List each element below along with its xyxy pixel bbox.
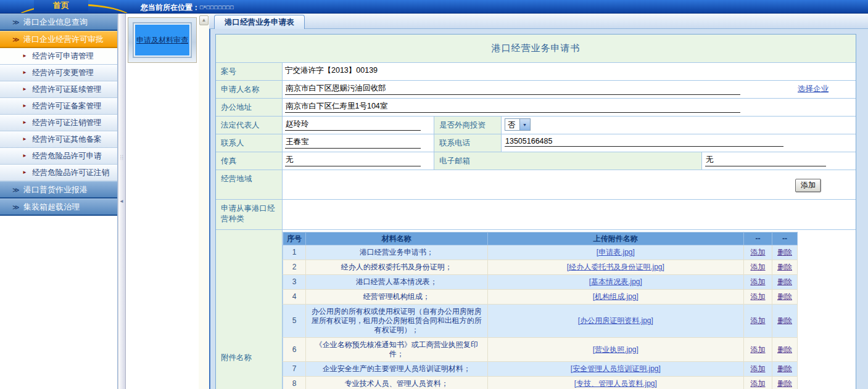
- attachments-header-row: 序号 材料名称 上传附件名称 -- --: [283, 232, 798, 245]
- add-attachment-link[interactable]: 添加: [751, 316, 766, 325]
- add-attachment-link[interactable]: 添加: [751, 248, 766, 256]
- sidebar-item-label: 经营危险品许可证注销: [32, 168, 109, 177]
- form-row-office-address: 办公地址 南京市白下区仁寿里1号104室: [216, 98, 856, 116]
- legal-rep-input[interactable]: 赵玲玲: [285, 119, 421, 131]
- sidebar-item-license-renewal-mgmt[interactable]: ► 经营许可证延续管理: [0, 81, 117, 98]
- home-tab[interactable]: 首页: [34, 0, 88, 11]
- choose-company-link[interactable]: 选择企业: [798, 84, 829, 94]
- email-input[interactable]: 无: [705, 155, 826, 166]
- material-name: 企业安全生产的主要管理人员培训证明材料；: [305, 362, 487, 377]
- row-no: 4: [283, 290, 306, 305]
- applicant-input[interactable]: 南京市白下区恩赐污油回收部: [285, 83, 740, 95]
- add-attachment-link[interactable]: 添加: [751, 277, 766, 286]
- attachment-file-link[interactable]: [申请表.jpg]: [597, 248, 635, 256]
- form-row-contact: 联系人 王春宝 联系电话 13505166485: [216, 134, 856, 152]
- case-no-label: 案号: [216, 63, 283, 80]
- office-address-label: 办公地址: [216, 99, 283, 116]
- arrow-icon: ►: [22, 115, 27, 131]
- attachment-file-link[interactable]: [经办人委托书及身份证明.jpg]: [567, 263, 664, 271]
- row-no: 8: [283, 377, 306, 389]
- arrow-icon: ►: [22, 65, 27, 81]
- office-address-input[interactable]: 南京市白下区仁寿里1号104室: [285, 101, 740, 113]
- breadcrumb: 您当前所在位置：□ˣ□□□□□□□: [141, 2, 234, 13]
- tab-port-business-application[interactable]: 港口经营业务申请表: [214, 15, 305, 29]
- delete-attachment-link[interactable]: 删除: [777, 277, 792, 286]
- table-row: 6 《企业名称预先核准通知书》或工商营业执照复印件； [营业执照.jpg] 添加…: [283, 338, 798, 362]
- sidebar-item-label: 港口普货作业报港: [23, 185, 88, 194]
- form-row-legal-rep: 法定代表人 赵玲玲 是否外商投资 否▼: [216, 116, 856, 134]
- workflow-step-apply-review-button[interactable]: 申请及材料审查: [133, 22, 192, 58]
- row-no: 5: [283, 305, 306, 338]
- application-form-table: 港口经营业务申请书 案号 宁交港许字【2013】00139 申请人名称 南京市白…: [215, 34, 856, 389]
- contact-input[interactable]: 王春宝: [285, 137, 421, 149]
- sidebar-item-license-apply-mgmt[interactable]: ► 经营许可申请管理: [0, 48, 117, 65]
- foreign-investment-select[interactable]: 否▼: [505, 118, 531, 131]
- table-row: 4 经营管理机构组成； [机构组成.jpg] 添加 删除: [283, 290, 798, 305]
- foreign-invest-label: 是否外商投资: [434, 117, 502, 134]
- attachment-file-link[interactable]: [专技、管理人员资料.jpg]: [574, 379, 657, 388]
- chevron-down-icon: ▼: [519, 119, 530, 130]
- delete-attachment-link[interactable]: 删除: [777, 379, 792, 388]
- add-attachment-link[interactable]: 添加: [751, 364, 766, 373]
- delete-attachment-link[interactable]: 删除: [777, 316, 792, 325]
- form-row-region: 经营地域 添加: [216, 170, 856, 199]
- sidebar-item-port-company-info-query[interactable]: ≫ 港口企业信息查询: [0, 14, 117, 31]
- attachment-file-link[interactable]: [办公用房证明资料.jpg]: [578, 316, 653, 325]
- sidebar-item-license-other-record[interactable]: ► 经营许可证其他备案: [0, 131, 117, 148]
- delete-attachment-link[interactable]: 删除: [777, 345, 792, 354]
- row-no: 2: [283, 260, 306, 275]
- add-attachment-link[interactable]: 添加: [751, 263, 766, 271]
- sidebar-item-general-cargo-report[interactable]: ≫ 港口普货作业报港: [0, 181, 117, 199]
- row-no: 6: [283, 338, 306, 362]
- table-row: 8 专业技术人员、管理人员资料； [专技、管理人员资料.jpg] 添加 删除: [283, 377, 798, 389]
- sidebar-item-license-cancel-mgmt[interactable]: ► 经营许可证注销管理: [0, 115, 117, 131]
- splitter-collapse-icon[interactable]: ◄: [119, 199, 124, 204]
- row-no: 3: [283, 275, 306, 290]
- attachment-file-link[interactable]: [基本情况表.jpg]: [589, 277, 642, 286]
- row-no: 7: [283, 362, 306, 377]
- scroll-up-arrow-icon[interactable]: ▲: [199, 15, 209, 25]
- phone-input[interactable]: 13505166485: [505, 137, 783, 147]
- business-type-label: 申请从事港口经营种类: [216, 200, 283, 229]
- add-attachment-link[interactable]: 添加: [751, 345, 766, 354]
- attachment-file-link[interactable]: [营业执照.jpg]: [593, 345, 639, 354]
- attachment-file-link[interactable]: [机构组成.jpg]: [593, 292, 639, 301]
- col-header-delete: --: [772, 232, 797, 245]
- material-name: 经营管理机构组成；: [305, 290, 487, 305]
- add-attachment-link[interactable]: 添加: [751, 292, 766, 301]
- frame-splitter[interactable]: ∷∷ ◄: [118, 14, 126, 389]
- form-row-attachments: 附件名称 序号 材料名称 上传附件名称 -- -- 1 港口经营业务申请书；: [216, 229, 856, 389]
- delete-attachment-link[interactable]: 删除: [777, 248, 792, 256]
- content-pane: 港口经营业务申请书 案号 宁交港许字【2013】00139 申请人名称 南京市白…: [209, 29, 868, 389]
- sidebar-item-container-overload[interactable]: ≫ 集装箱超载治理: [0, 199, 117, 216]
- form-row-fax-email: 传真 无 电子邮箱 无: [216, 152, 856, 170]
- fax-input[interactable]: 无: [285, 155, 421, 166]
- attachment-file-link[interactable]: [安全管理人员培训证明.jpg]: [571, 364, 661, 373]
- material-name: 办公用房的所有权或使用权证明（自有办公用房附房屋所有权证明，租用办公房附租赁合同…: [305, 305, 487, 338]
- row-no: 1: [283, 245, 306, 260]
- sidebar-item-dangerous-goods-license-cancel[interactable]: ► 经营危险品许可证注销: [0, 165, 117, 181]
- main-content: 港口经营业务申请表 港口经营业务申请书 案号 宁交港许字【2013】00139 …: [209, 14, 868, 389]
- delete-attachment-link[interactable]: 删除: [777, 263, 792, 271]
- sidebar-item-label: 港口企业信息查询: [23, 17, 88, 27]
- sidebar-item-label: 经营危险品许可申请: [32, 152, 102, 160]
- attachments-table: 序号 材料名称 上传附件名称 -- -- 1 港口经营业务申请书； [申请表.j…: [283, 232, 798, 389]
- add-region-button[interactable]: 添加: [795, 179, 821, 192]
- sidebar-item-dangerous-goods-license-apply[interactable]: ► 经营危险品许可申请: [0, 148, 117, 165]
- legal-rep-label: 法定代表人: [216, 117, 283, 134]
- foreign-investment-selected-value: 否: [505, 119, 519, 130]
- form-title: 港口经营业务申请书: [216, 35, 856, 62]
- sidebar-item-license-record-mgmt[interactable]: ► 经营许可证备案管理: [0, 98, 117, 115]
- tab-strip: 港口经营业务申请表: [209, 14, 868, 29]
- sidebar-item-license-change-mgmt[interactable]: ► 经营许可变更管理: [0, 65, 117, 81]
- double-arrow-icon: ≫: [12, 199, 20, 215]
- double-arrow-icon: ≫: [12, 14, 20, 30]
- add-attachment-link[interactable]: 添加: [751, 379, 766, 388]
- delete-attachment-link[interactable]: 删除: [777, 364, 792, 373]
- delete-attachment-link[interactable]: 删除: [777, 292, 792, 301]
- vertical-scrollbar[interactable]: ▲: [199, 14, 209, 389]
- sidebar-item-label: 经营许可变更管理: [32, 68, 94, 77]
- material-name: 港口经营业务申请书；: [305, 245, 487, 260]
- workflow-panel: 申请及材料审查: [126, 14, 199, 389]
- sidebar-item-port-company-license-approval[interactable]: ≫ 港口企业经营许可审批: [0, 31, 117, 48]
